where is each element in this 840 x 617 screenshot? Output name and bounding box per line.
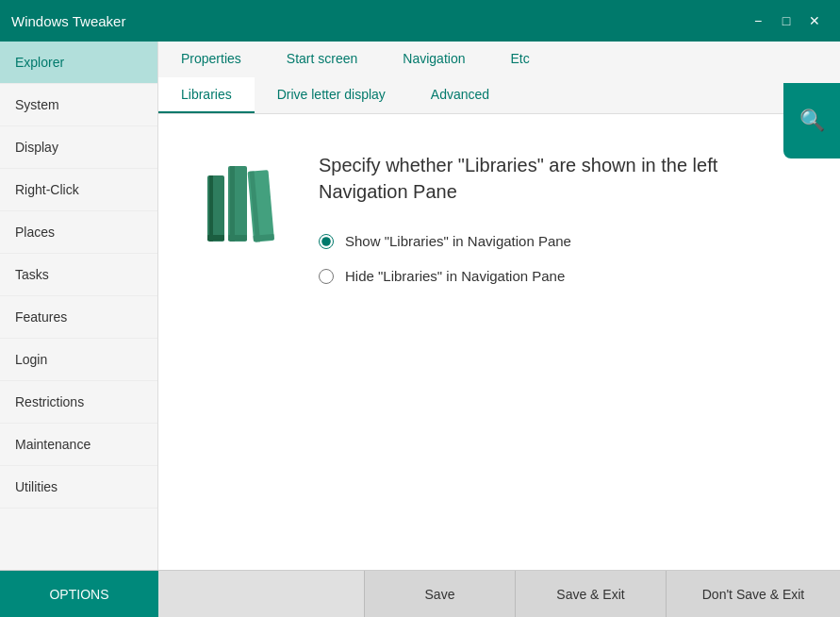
sidebar-item-tasks[interactable]: Tasks xyxy=(0,254,157,296)
svg-rect-2 xyxy=(207,235,224,241)
options-button[interactable]: OPTIONS xyxy=(0,571,158,618)
sidebar-item-right-click[interactable]: Right-Click xyxy=(0,169,157,211)
tab-properties[interactable]: Properties xyxy=(158,42,264,77)
show-libraries-radio[interactable] xyxy=(319,234,334,249)
maximize-button[interactable]: □ xyxy=(772,7,800,35)
hide-libraries-label: Hide "Libraries" in Navigation Pane xyxy=(345,268,565,284)
search-button[interactable]: 🔍 xyxy=(783,83,840,158)
sidebar-item-features[interactable]: Features xyxy=(0,296,157,339)
dont-save-button[interactable]: Don't Save & Exit xyxy=(666,571,840,618)
tab-bar: PropertiesStart screenNavigationEtc Libr… xyxy=(158,42,840,114)
titlebar: Windows Tweaker − □ ✕ xyxy=(0,0,840,42)
app-title: Windows Tweaker xyxy=(11,13,744,29)
panel-title: Specify whether "Libraries" are shown in… xyxy=(319,152,793,205)
svg-rect-5 xyxy=(228,235,247,241)
content-area: PropertiesStart screenNavigationEtc Libr… xyxy=(158,42,840,570)
sidebar: ExplorerSystemDisplayRight-ClickPlacesTa… xyxy=(0,42,158,570)
tab-drive-letter[interactable]: Drive letter display xyxy=(255,77,408,113)
svg-rect-4 xyxy=(230,166,235,242)
hide-libraries-option[interactable]: Hide "Libraries" in Navigation Pane xyxy=(319,268,793,284)
content-wrapper: 🔍 PropertiesStart screenNavigationEtc Li… xyxy=(158,42,840,570)
tab-libraries[interactable]: Libraries xyxy=(158,77,255,113)
main-layout: ExplorerSystemDisplayRight-ClickPlacesTa… xyxy=(0,42,840,570)
sidebar-item-utilities[interactable]: Utilities xyxy=(0,466,157,509)
tab-row-2: LibrariesDrive letter displayAdvanced xyxy=(158,77,840,113)
sidebar-item-explorer[interactable]: Explorer xyxy=(0,42,157,84)
minimize-button[interactable]: − xyxy=(744,7,772,35)
main-panel: Specify whether "Libraries" are shown in… xyxy=(158,114,840,570)
sidebar-item-login[interactable]: Login xyxy=(0,339,157,381)
sidebar-item-places[interactable]: Places xyxy=(0,211,157,254)
tab-row-1: PropertiesStart screenNavigationEtc xyxy=(158,42,840,77)
sidebar-item-display[interactable]: Display xyxy=(0,126,157,169)
show-libraries-label: Show "Libraries" in Navigation Pane xyxy=(345,233,571,249)
search-icon: 🔍 xyxy=(799,108,825,133)
sidebar-item-restrictions[interactable]: Restrictions xyxy=(0,381,157,424)
tab-advanced[interactable]: Advanced xyxy=(408,77,512,113)
tab-navigation[interactable]: Navigation xyxy=(380,42,487,77)
sidebar-item-maintenance[interactable]: Maintenance xyxy=(0,424,157,466)
show-libraries-option[interactable]: Show "Libraries" in Navigation Pane xyxy=(319,233,793,249)
tab-etc[interactable]: Etc xyxy=(487,42,552,77)
footer: OPTIONS Save Save & Exit Don't Save & Ex… xyxy=(0,570,840,617)
tab-start-screen[interactable]: Start screen xyxy=(264,42,380,77)
panel-text: Specify whether "Libraries" are shown in… xyxy=(319,152,793,303)
sidebar-item-system[interactable]: System xyxy=(0,84,157,126)
svg-rect-1 xyxy=(209,175,213,242)
save-exit-button[interactable]: Save & Exit xyxy=(515,571,666,618)
close-button[interactable]: ✕ xyxy=(800,7,829,35)
hide-libraries-radio[interactable] xyxy=(319,269,334,284)
save-button[interactable]: Save xyxy=(364,571,515,618)
books-icon xyxy=(206,161,281,258)
window-controls: − □ ✕ xyxy=(744,7,829,35)
